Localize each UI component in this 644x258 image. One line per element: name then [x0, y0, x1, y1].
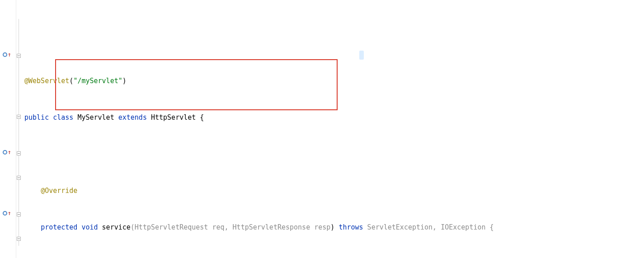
override-marker[interactable]: ↑	[3, 149, 14, 155]
text: HttpServlet {	[151, 113, 204, 122]
keyword: public class	[24, 113, 77, 122]
fold-guide-line	[19, 19, 19, 246]
fold-toggle[interactable]	[17, 151, 21, 155]
override-marker[interactable]: ↑	[3, 52, 14, 57]
params: (HttpServletRequest req, HttpServletResp…	[131, 223, 331, 231]
fold-column[interactable]	[16, 0, 24, 258]
keyword: extends	[118, 113, 151, 122]
matching-paren-highlight	[359, 51, 364, 60]
annotation: @WebServlet	[24, 77, 69, 85]
keyword: protected void	[41, 223, 102, 231]
code-line[interactable]: @WebServlet("/myServlet")	[24, 75, 644, 87]
editor-gutter[interactable]: ↑ ↑ ↑	[0, 0, 16, 258]
string-literal: "/myServlet"	[73, 77, 122, 85]
text: )	[330, 223, 338, 231]
fold-toggle[interactable]	[17, 212, 21, 216]
keyword: throws	[338, 223, 367, 231]
fold-toggle[interactable]	[17, 115, 21, 119]
override-up-arrow-icon: ↑	[8, 210, 11, 216]
code-editor[interactable]: @WebServlet("/myServlet") public class M…	[24, 0, 644, 258]
override-marker[interactable]: ↑	[3, 210, 14, 216]
code-line[interactable]	[24, 148, 644, 160]
annotation: @Override	[41, 187, 77, 195]
code-line[interactable]: @Override	[24, 185, 644, 197]
class-name: MyServlet	[77, 113, 118, 122]
fold-toggle[interactable]	[17, 54, 21, 58]
text: )	[122, 77, 127, 85]
code-line[interactable]: public class MyServlet extends HttpServl…	[24, 112, 644, 124]
code-line[interactable]: protected void service(HttpServletReques…	[24, 221, 644, 234]
override-circle-icon	[3, 150, 7, 155]
override-circle-icon	[3, 52, 7, 57]
fold-toggle[interactable]	[17, 237, 21, 241]
override-up-arrow-icon: ↑	[8, 149, 11, 155]
fold-toggle[interactable]	[17, 176, 21, 180]
override-circle-icon	[3, 211, 7, 216]
exceptions: ServletException, IOException {	[367, 223, 494, 231]
method-name: service	[102, 223, 131, 231]
override-up-arrow-icon: ↑	[8, 52, 11, 57]
